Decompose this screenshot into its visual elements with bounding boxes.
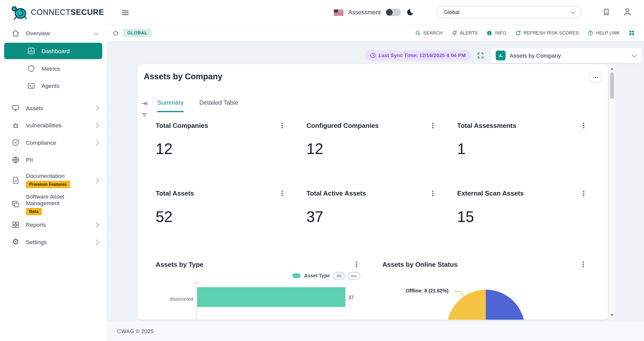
main-area: Assessment Global GLOBAL: [107, 0, 644, 341]
y-axis-line: [196, 283, 197, 320]
stat-value: 1: [457, 140, 608, 158]
card-tabs: Summary Detailed Table: [157, 99, 608, 112]
connectsecure-logo[interactable]: CONNECTSECURE: [0, 0, 106, 23]
content-area: Last Sync Time: 12/16/2025 4:04 PM Asset…: [107, 41, 644, 322]
stat-value: 52: [156, 208, 306, 226]
assessment-label: Assessment: [348, 9, 381, 16]
app-root: CONNECTSECURE Overview Dashboard: [0, 0, 644, 341]
sidebar-item-label: Assets: [26, 105, 43, 111]
kebab-menu-icon[interactable]: ⋮: [278, 123, 286, 129]
kebab-menu-icon[interactable]: ⋮: [580, 191, 587, 197]
logo-text-connect: CONNECT: [31, 8, 70, 16]
document-check-icon: [12, 176, 20, 184]
bookmark-icon[interactable]: [602, 8, 611, 16]
user-account-icon[interactable]: [623, 7, 632, 17]
sidebar: CONNECTSECURE Overview Dashboard: [0, 0, 107, 341]
bar-plot-area: discovered 37: [156, 283, 360, 320]
kebab-menu-icon[interactable]: ⋮: [429, 191, 436, 197]
copy-icon: [12, 200, 20, 208]
tab-detailed-table[interactable]: Detailed Table: [199, 99, 238, 112]
sidebar-item-label: Settings: [26, 239, 47, 245]
sidebar-item-dashboard[interactable]: Dashboard: [4, 43, 102, 59]
sidebar-item-label: Compliance: [26, 139, 56, 146]
vertical-scrollbar[interactable]: [609, 65, 615, 319]
sidebar-item-compliance[interactable]: Compliance: [0, 134, 106, 151]
bar-category-label: discovered: [156, 296, 193, 302]
sidebar-item-documentation[interactable]: Documentation Premium Features: [0, 168, 106, 192]
sidebar-item-overview[interactable]: Overview: [0, 25, 106, 42]
shield-check-icon: [12, 138, 20, 147]
stats-grid: Total Companies⋮ 12 Configured Companies…: [137, 122, 608, 258]
quick-actions: SEARCH ALERTS INFO REFRESH RISK SCORES H…: [415, 30, 638, 36]
apps-grid-icon[interactable]: [628, 30, 635, 36]
sidebar-nav: Overview Dashboard Metrics Agents: [0, 23, 106, 250]
kebab-menu-icon[interactable]: ⋮: [580, 123, 587, 129]
bar-discovered[interactable]: [197, 287, 345, 307]
page-footer: CWAG © 2025: [107, 322, 644, 341]
assessment-toggle[interactable]: [386, 9, 401, 16]
dashboard-icon: [27, 47, 35, 55]
legend-toggle-all[interactable]: All: [333, 272, 345, 280]
kebab-menu-icon[interactable]: ⋮: [278, 191, 286, 197]
filter-icon[interactable]: [141, 112, 148, 118]
terminal-icon: [27, 82, 35, 90]
kebab-menu-icon[interactable]: ⋮: [580, 262, 587, 268]
pie-offline-callout: Offline: 8 (21.62%): [406, 288, 449, 294]
tab-summary[interactable]: Summary: [157, 99, 184, 112]
premium-features-badge: Premium Features: [26, 181, 70, 188]
help-link-action[interactable]: HELP LINK: [587, 30, 620, 36]
bug-icon: [12, 121, 20, 130]
stat-label: Total Active Assets: [306, 190, 366, 197]
info-action[interactable]: INFO: [487, 30, 506, 36]
help-link-label: HELP LINK: [596, 30, 620, 35]
sidebar-item-software-asset-management[interactable]: Software Asset Management Beta: [0, 192, 106, 216]
sidebar-item-metrics[interactable]: Metrics: [0, 60, 106, 77]
legend-toggle-inv[interactable]: Inv: [348, 272, 360, 280]
stat-value: 37: [306, 208, 457, 226]
gear-icon: ⚙: [12, 238, 20, 246]
menu-toggle-button[interactable]: [121, 8, 130, 17]
last-sync-text: Last Sync Time: 12/16/2025 4:04 PM: [379, 53, 466, 58]
global-scope-select[interactable]: Global: [437, 6, 582, 19]
bar-value-label: 37: [348, 294, 354, 300]
top-header: Assessment Global: [107, 0, 644, 25]
sidebar-item-label: Documentation: [26, 173, 70, 179]
scrollbar-thumb[interactable]: [610, 72, 614, 98]
sidebar-item-settings[interactable]: ⚙ Settings: [0, 233, 106, 251]
scroll-down-arrow[interactable]: [609, 312, 615, 318]
stat-total-active-assets: Total Active Assets⋮ 37: [306, 190, 457, 257]
alerts-action[interactable]: ALERTS: [451, 30, 478, 36]
nav-divider: [0, 95, 106, 100]
dashboard-toolbar: Last Sync Time: 12/16/2025 4:04 PM Asset…: [365, 48, 642, 63]
scroll-up-arrow[interactable]: [609, 66, 615, 71]
refresh-risk-scores-action[interactable]: REFRESH RISK SCORES: [515, 30, 579, 36]
kebab-menu-icon[interactable]: ⋮: [353, 262, 360, 268]
fullscreen-expand-icon[interactable]: [477, 52, 484, 59]
breadcrumb-global-chip[interactable]: GLOBAL: [123, 29, 152, 37]
bar-chart-icon: [496, 51, 506, 60]
sidebar-item-label: Vulnerabilities: [26, 122, 61, 129]
stat-label: Total Companies: [156, 122, 208, 129]
chevron-down-icon: [571, 9, 575, 14]
collapse-panel-icon[interactable]: [141, 100, 148, 107]
breadcrumb-home-icon[interactable]: [112, 30, 118, 36]
card-more-button[interactable]: ...: [589, 72, 602, 83]
assessment-mode-group: Assessment: [334, 0, 414, 25]
chevron-right-icon: [94, 123, 99, 128]
sidebar-item-assets[interactable]: Assets: [0, 99, 106, 117]
stat-total-assets: Total Assets⋮ 52: [156, 190, 306, 257]
sidebar-item-agents[interactable]: Agents: [0, 77, 106, 95]
sidebar-item-pii[interactable]: PII: [0, 151, 106, 169]
search-action[interactable]: SEARCH: [415, 30, 442, 36]
legend-swatch: [293, 273, 301, 278]
stat-label: Configured Companies: [306, 122, 379, 129]
stat-total-companies: Total Companies⋮ 12: [156, 122, 306, 190]
kebab-menu-icon[interactable]: ⋮: [429, 123, 436, 129]
stat-value: 12: [306, 140, 457, 158]
widget-selector-dropdown[interactable]: Assets by Company: [490, 48, 642, 63]
assets-by-online-status-chart: Assets by Online Status ⋮ Offline: 8 (21…: [382, 261, 587, 320]
dark-mode-moon-icon[interactable]: [406, 8, 414, 17]
sidebar-item-reports[interactable]: Reports: [0, 216, 106, 234]
stat-label: Total Assets: [156, 190, 194, 197]
sidebar-item-vulnerabilities[interactable]: Vulnerabilities: [0, 117, 106, 134]
